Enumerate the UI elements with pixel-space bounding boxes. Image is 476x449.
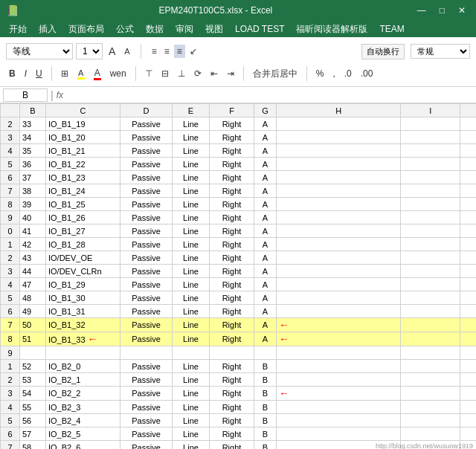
cell-b[interactable]: 56: [20, 414, 46, 427]
cell-e[interactable]: Line: [173, 251, 210, 265]
cell-f[interactable]: Right: [210, 224, 254, 238]
cell-d[interactable]: Passive: [120, 332, 173, 346]
cell-j[interactable]: [460, 401, 476, 414]
cell-h[interactable]: [277, 360, 401, 373]
cell-f[interactable]: Right: [210, 387, 254, 401]
cell-f[interactable]: Right: [210, 441, 254, 450]
valign-top-btn[interactable]: ⊤: [142, 67, 155, 80]
cell-reference-input[interactable]: [3, 88, 48, 102]
cell-g[interactable]: B: [254, 360, 277, 373]
cell-e[interactable]: Line: [173, 238, 210, 251]
cell-j[interactable]: [460, 144, 476, 158]
spreadsheet-scroll[interactable]: B C D E F G H I J 233IO_B1_19PassiveLine…: [0, 103, 476, 449]
cell-d[interactable]: Passive: [120, 158, 173, 171]
cell-b[interactable]: 35: [20, 144, 46, 158]
cell-c[interactable]: IO/DEV_OE: [46, 251, 120, 265]
cell-e[interactable]: Line: [173, 401, 210, 414]
cell-g[interactable]: A: [254, 332, 277, 346]
cell-b[interactable]: 34: [20, 131, 46, 144]
cell-h[interactable]: [277, 414, 401, 427]
cell-d[interactable]: Passive: [120, 211, 173, 224]
increase-decimal-btn[interactable]: .0: [341, 67, 355, 80]
cell-j[interactable]: [460, 131, 476, 144]
cell-d[interactable]: [120, 346, 173, 360]
cell-d[interactable]: Passive: [120, 184, 173, 198]
cell-g[interactable]: A: [254, 278, 277, 291]
menu-loadtest[interactable]: LOAD TEST: [229, 22, 290, 36]
cell-g[interactable]: A: [254, 171, 277, 184]
cell-i[interactable]: [401, 427, 460, 441]
cell-c[interactable]: IO_B2_2: [46, 387, 120, 401]
cell-b[interactable]: 52: [20, 360, 46, 373]
cell-f[interactable]: Right: [210, 373, 254, 387]
cell-f[interactable]: Right: [210, 198, 254, 211]
cell-i[interactable]: [401, 158, 460, 171]
cell-g[interactable]: A: [254, 318, 277, 332]
menu-data[interactable]: 数据: [140, 22, 170, 37]
cell-e[interactable]: Line: [173, 184, 210, 198]
indent-less-btn[interactable]: ⇤: [208, 67, 221, 80]
cell-e[interactable]: Line: [173, 291, 210, 305]
autofit-btn[interactable]: 自动换行: [361, 44, 405, 59]
cell-e[interactable]: Line: [173, 387, 210, 401]
cell-i[interactable]: [401, 265, 460, 278]
cell-d[interactable]: Passive: [120, 360, 173, 373]
cell-d[interactable]: Passive: [120, 117, 173, 131]
cell-c[interactable]: IO_B2_1: [46, 373, 120, 387]
cell-style-select[interactable]: 常规: [411, 44, 470, 59]
cell-d[interactable]: Passive: [120, 238, 173, 251]
italic-btn[interactable]: I: [22, 67, 30, 80]
cell-e[interactable]: Line: [173, 198, 210, 211]
align-right-btn[interactable]: ≡: [174, 45, 185, 58]
cell-j[interactable]: [460, 305, 476, 318]
cell-c[interactable]: IO_B1_33 ←: [46, 332, 120, 346]
cell-b[interactable]: 44: [20, 265, 46, 278]
cell-b[interactable]: 57: [20, 427, 46, 441]
cell-g[interactable]: A: [254, 224, 277, 238]
cell-d[interactable]: Passive: [120, 251, 173, 265]
cell-f[interactable]: Right: [210, 414, 254, 427]
align-left-btn[interactable]: ≡: [149, 45, 160, 58]
cell-g[interactable]: B: [254, 401, 277, 414]
cell-c[interactable]: IO_B1_20: [46, 131, 120, 144]
cell-e[interactable]: [173, 346, 210, 360]
border-btn[interactable]: ⊞: [58, 67, 71, 80]
cell-e[interactable]: Line: [173, 224, 210, 238]
cell-f[interactable]: Right: [210, 238, 254, 251]
cell-h[interactable]: [277, 238, 401, 251]
cell-h[interactable]: [277, 305, 401, 318]
cell-j[interactable]: [460, 265, 476, 278]
cell-e[interactable]: Line: [173, 211, 210, 224]
cell-g[interactable]: [254, 346, 277, 360]
cell-h[interactable]: [277, 373, 401, 387]
cell-c[interactable]: IO_B2_0: [46, 360, 120, 373]
cell-i[interactable]: [401, 346, 460, 360]
cell-i[interactable]: [401, 318, 460, 332]
cell-j[interactable]: [460, 373, 476, 387]
cell-f[interactable]: Right: [210, 211, 254, 224]
menu-team[interactable]: TEAM: [373, 22, 410, 36]
cell-e[interactable]: Line: [173, 318, 210, 332]
cell-c[interactable]: IO_B1_28: [46, 238, 120, 251]
cell-c[interactable]: IO_B2_5: [46, 427, 120, 441]
cell-d[interactable]: Passive: [120, 265, 173, 278]
cell-c[interactable]: IO/DEV_CLRn: [46, 265, 120, 278]
cell-j[interactable]: [460, 360, 476, 373]
close-button[interactable]: ✕: [454, 4, 470, 17]
cell-i[interactable]: [401, 401, 460, 414]
cell-j[interactable]: [460, 184, 476, 198]
cell-d[interactable]: Passive: [120, 171, 173, 184]
orient-btn[interactable]: ⟳: [191, 67, 205, 80]
cell-c[interactable]: IO_B2_4: [46, 414, 120, 427]
cell-i[interactable]: [401, 144, 460, 158]
cell-f[interactable]: Right: [210, 171, 254, 184]
menu-home[interactable]: 开始: [3, 22, 33, 37]
cell-h[interactable]: [277, 441, 401, 450]
formula-input[interactable]: [66, 90, 473, 100]
valign-mid-btn[interactable]: ⊟: [158, 67, 172, 80]
cell-e[interactable]: Line: [173, 441, 210, 450]
cell-j[interactable]: [460, 332, 476, 346]
cell-b[interactable]: 51: [20, 332, 46, 346]
cell-h[interactable]: [277, 184, 401, 198]
cell-f[interactable]: Right: [210, 360, 254, 373]
